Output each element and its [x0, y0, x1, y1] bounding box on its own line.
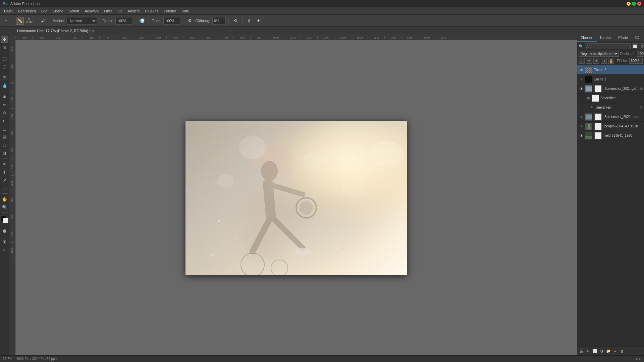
flow-input[interactable]	[163, 17, 180, 24]
layer-visibility-screenshot-kopie[interactable]: 👁	[579, 86, 584, 92]
menu-bild[interactable]: Bild	[39, 8, 50, 14]
hand-tool[interactable]: ✋	[1, 195, 8, 203]
canvas-image-container[interactable]	[185, 121, 407, 275]
layer-item-umkehren[interactable]: 👁 Umkehren ⛓	[577, 103, 644, 112]
maximize-button[interactable]: □	[632, 2, 636, 6]
quick-mask-btn[interactable]: ⬤	[1, 227, 8, 234]
mode-select[interactable]: Normal Multiplizieren Negativ multiplizi…	[67, 17, 97, 24]
menu-3d[interactable]: 3D	[115, 8, 125, 14]
artboard-tool[interactable]: ⊞	[1, 44, 8, 51]
layer-new-btn[interactable]: +	[612, 348, 618, 354]
menu-bearbeiten[interactable]: Bearbeiten	[15, 8, 39, 14]
screen-mode-btn[interactable]: ⊞	[1, 238, 8, 245]
home-button[interactable]: ⌂	[2, 17, 10, 25]
layer-fx-btn[interactable]: fx	[585, 348, 591, 354]
ruler-mark-v: 0	[11, 75, 14, 92]
filter-pixel-btn[interactable]: ⬜	[632, 43, 638, 49]
layer-group-btn[interactable]: 📁	[605, 348, 611, 354]
filter-adjust-btn[interactable]: ⚙	[639, 43, 644, 49]
document-tab[interactable]: Unbenannt-1 bei 17,7% (Ebene 2, RGB/8#) …	[13, 27, 98, 34]
tab-kanaele[interactable]: Kanäle	[597, 34, 615, 42]
layer-item-people[interactable]: 👁 people-2604149_1920	[577, 122, 644, 131]
menu-hilfe[interactable]: Hilfe	[179, 8, 192, 14]
brush-tool[interactable]: ✏	[1, 101, 8, 108]
tab-pfade[interactable]: Pfade	[615, 34, 631, 42]
shape-tool[interactable]: ▭	[1, 184, 8, 192]
eyedropper-tool[interactable]: 💧	[1, 82, 8, 89]
layer-item-screenshot-miui[interactable]: 👁 Screenshot_2021...om.miui.gallery	[577, 112, 644, 122]
layer-mask-btn[interactable]: ⬜	[592, 348, 598, 354]
brush-preset-btn[interactable]: 🖌	[39, 17, 47, 25]
menu-schrift[interactable]: Schrift	[66, 8, 82, 14]
layer-search-row: 🔍 ⬜ ⚙ T ▭ ★ ○	[579, 43, 643, 49]
history-brush-tool[interactable]: ↩	[1, 117, 8, 124]
layer-delete-btn[interactable]: 🗑	[619, 348, 625, 354]
lock-transparent-btn[interactable]: ⬚	[579, 58, 585, 64]
layer-visibility-people[interactable]: 👁	[579, 124, 584, 129]
mode-label: Modus:	[53, 19, 65, 23]
foreground-color[interactable]	[1, 216, 8, 223]
layer-item-ebene1[interactable]: 👁 Ebene 1	[577, 75, 644, 84]
fill-input[interactable]	[629, 58, 643, 64]
titlebar-controls[interactable]: − □ ×	[627, 2, 641, 6]
crop-tool[interactable]: ⊡	[1, 74, 8, 81]
layer-search-input[interactable]	[585, 43, 631, 49]
text-tool[interactable]: T	[1, 168, 8, 176]
lock-position-btn[interactable]: ✛	[593, 58, 599, 64]
clone-tool[interactable]: ⊙	[1, 109, 8, 116]
smoothing-input[interactable]	[212, 17, 226, 24]
layer-visibility-ebene1[interactable]: 👁	[579, 77, 584, 82]
extra-options-btn[interactable]: ⊟	[1, 246, 8, 253]
tab-ebenen[interactable]: Ebenen	[577, 34, 597, 42]
menu-filter[interactable]: Filter	[101, 8, 115, 14]
eraser-tool[interactable]: ◻	[1, 125, 8, 132]
menu-ansicht[interactable]: Ansicht	[125, 8, 142, 14]
panel-menu-btn[interactable]: ≡	[643, 34, 644, 42]
layer-name-ebene2: Ebene 2	[594, 68, 643, 72]
brush-tool-btn[interactable]: ✏️	[16, 17, 24, 25]
layer-link-btn[interactable]: ⛓	[579, 348, 585, 354]
layer-item-screenshot-gallery-kopie[interactable]: 👁 Screenshot_202...gallery Kopie fx ⛓	[577, 84, 644, 94]
tab-3d[interactable]: 3D	[631, 34, 643, 42]
extra-btn[interactable]: ✦	[255, 17, 263, 25]
spot-heal-tool[interactable]: ⊕	[1, 93, 8, 100]
layer-adjustment-btn[interactable]: ◑	[599, 348, 605, 354]
layer-item-smartfilter[interactable]: 👁 Smartfilter	[577, 94, 644, 103]
layer-visibility-smartfilter[interactable]: 👁	[585, 96, 591, 101]
layer-visibility-umkehren[interactable]: 👁	[589, 105, 595, 110]
layer-item-field[interactable]: 👁 field-533641_1920	[577, 131, 644, 140]
lock-pixels-btn[interactable]: ✏	[586, 58, 592, 64]
pen-tool[interactable]: ✒	[1, 160, 8, 168]
path-select-tool[interactable]: ↗	[1, 176, 8, 184]
layer-visibility-ebene2[interactable]: 👁	[579, 67, 584, 73]
blur-tool[interactable]: ◌	[1, 141, 8, 148]
dodge-tool[interactable]: ◑	[1, 149, 8, 157]
density-input[interactable]	[115, 17, 132, 24]
gradient-tool[interactable]: ▤	[1, 133, 8, 140]
menu-auswahl[interactable]: Auswahl	[82, 8, 101, 14]
airbrush-btn[interactable]: 💨	[138, 17, 146, 25]
layer-item-ebene2[interactable]: 👁 Ebene 2	[577, 65, 644, 75]
menu-ebene[interactable]: Ebene	[50, 8, 66, 14]
tab-close-btn[interactable]: ×	[92, 29, 94, 33]
density-label: Druck:	[103, 19, 113, 23]
blend-mode-select[interactable]: Negativ multiplizieren Normal Multiplizi…	[579, 51, 619, 57]
menu-datei[interactable]: Datei	[1, 8, 15, 14]
symmetry-btn[interactable]: ⧖	[245, 17, 253, 25]
minimize-button[interactable]: −	[627, 2, 631, 6]
lock-artboard-btn[interactable]: ⊙	[601, 58, 607, 64]
zoom-tool[interactable]: 🔍	[1, 203, 8, 211]
menu-fenster[interactable]: Fenster	[161, 8, 179, 14]
canvas-viewport[interactable]	[15, 40, 577, 355]
opacity-input[interactable]	[637, 51, 644, 57]
marquee-tool[interactable]: ⬚	[1, 55, 8, 62]
close-button[interactable]: ×	[637, 2, 641, 6]
layer-visibility-screenshot-miui[interactable]: 👁	[579, 114, 584, 120]
lasso-tool[interactable]: ◌	[1, 63, 8, 70]
menu-plugins[interactable]: Plug-ins	[142, 8, 161, 14]
tablet-pressure-btn[interactable]: ⟲	[231, 17, 239, 25]
move-tool[interactable]: ✛	[1, 36, 8, 43]
layer-visibility-field[interactable]: 👁	[579, 133, 584, 138]
smoothing-btn[interactable]: ⚙	[186, 17, 194, 25]
lock-all-btn[interactable]: 🔒	[608, 58, 614, 64]
